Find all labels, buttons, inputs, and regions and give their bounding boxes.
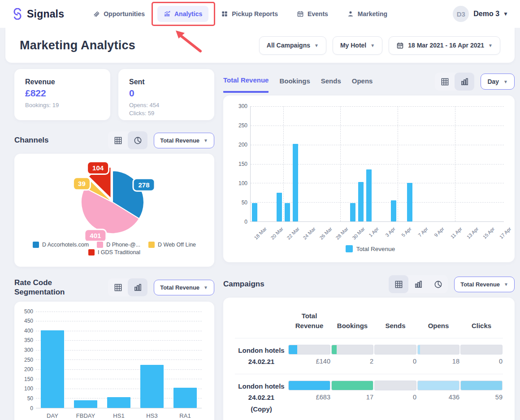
rate-code-view-toggle	[108, 278, 147, 296]
x-tick-label: 5 Apr	[400, 226, 412, 238]
tab-bookings[interactable]: Bookings	[279, 77, 310, 92]
rate-code-card: 050100150200250300350400450500DAYFBDAYHS…	[14, 302, 214, 420]
user-name: Demo 3	[473, 10, 499, 18]
cell-value: 0	[374, 394, 416, 401]
progress-track	[417, 345, 459, 355]
filter-18-mar-2021-16-apr-2021[interactable]: 18 Mar 2021 - 16 Apr 2021▼	[389, 36, 500, 55]
nav-item-opportunities[interactable]: Opportunities	[87, 6, 151, 22]
stat-card-sent: Sent0Opens: 454Clicks: 59	[118, 69, 214, 120]
metric-label: Total Revenue	[160, 137, 199, 144]
nav-item-label: Analytics	[174, 10, 202, 17]
campaigns-metric-dropdown[interactable]: Total Revenue▼	[454, 277, 515, 292]
bar[interactable]	[358, 182, 364, 221]
channels-metric-dropdown[interactable]: Total Revenue▼	[154, 133, 214, 148]
channels-view-pie-toggle[interactable]	[128, 131, 147, 149]
bar[interactable]	[407, 183, 412, 221]
chevron-down-icon: ▼	[370, 43, 375, 48]
legend-item-i-gds-traditional[interactable]: I GDS Traditional	[88, 249, 140, 255]
bar[interactable]	[74, 400, 97, 408]
column-header-clicks[interactable]: Clicks	[460, 305, 503, 338]
column-header-bookings[interactable]: Bookings	[331, 305, 374, 338]
x-tick-label: 13 Apr	[466, 226, 480, 240]
bar-slot	[349, 106, 357, 221]
column-header-sends[interactable]: Sends	[374, 305, 417, 338]
channels-pie-chart[interactable]: 27840139104	[21, 157, 206, 241]
bar[interactable]	[107, 397, 130, 408]
bar[interactable]	[391, 200, 396, 221]
bar[interactable]	[350, 203, 355, 221]
progress-track	[374, 345, 416, 355]
rate-code-chart[interactable]: 050100150200250300350400450500DAYFBDAYHS…	[21, 312, 206, 408]
filter-all-campaigns[interactable]: All Campaigns▼	[259, 36, 326, 55]
legend-item-d-web-off-line[interactable]: D Web Off Line	[148, 242, 196, 248]
column-header-opens[interactable]: Opens	[417, 305, 460, 338]
column-header-total-revenue[interactable]: Total Revenue	[288, 305, 331, 338]
stat-cards: Revenue£822Bookings: 19Sent0Opens: 454Cl…	[14, 69, 214, 120]
y-tick-label: 450	[24, 318, 33, 324]
revenue-by-day-chart[interactable]: 05010015020025030018 Mar20 Mar22 Mar24 M…	[235, 106, 506, 222]
rate-code-metric-dropdown[interactable]: Total Revenue▼	[154, 280, 214, 295]
bar[interactable]	[285, 203, 290, 221]
campaigns-view-table-toggle[interactable]	[389, 275, 408, 293]
campaign-cell: 17	[331, 374, 374, 420]
bar-slot	[455, 106, 463, 221]
timeseries-view-bar-toggle[interactable]	[455, 73, 474, 91]
campaigns-view-bar-toggle[interactable]	[408, 275, 428, 293]
interval-dropdown[interactable]: Day▼	[481, 74, 515, 90]
progress-track	[288, 345, 330, 355]
timeseries-controls: Day▼	[435, 73, 515, 91]
y-tick-label: 50	[27, 395, 33, 402]
chevron-down-icon: ▼	[503, 11, 508, 17]
bar-slot	[102, 312, 135, 408]
bar-slot	[446, 106, 455, 221]
cell-value: 0	[460, 358, 503, 365]
nav-item-marketing[interactable]: Marketing	[341, 6, 394, 22]
bar-slot	[381, 106, 390, 221]
events-icon	[297, 10, 304, 17]
campaign-cell: 436	[417, 374, 460, 420]
tab-total-revenue[interactable]: Total Revenue	[223, 76, 269, 93]
bar[interactable]	[366, 169, 372, 221]
nav-item-events[interactable]: Events	[290, 6, 334, 22]
pie-slice-label: 39	[73, 178, 90, 190]
avatar: D3	[453, 6, 469, 22]
legend-item-d-phone[interactable]: D Phone-@...	[97, 242, 140, 248]
cell-value: £683	[288, 394, 330, 401]
channels-pie-card: 27840139104 D Accorhotels.comD Phone-@..…	[14, 154, 214, 267]
campaign-row-name[interactable]: London hotels 24.02.21 (Copy)	[235, 374, 288, 420]
filter-my-hotel[interactable]: My Hotel▼	[333, 36, 382, 55]
legend-swatch	[148, 242, 155, 248]
legend-item-d-accorhotels-com[interactable]: D Accorhotels.com	[33, 242, 89, 248]
bar[interactable]	[41, 330, 64, 407]
campaign-row-name[interactable]: London hotels 24.02.21	[235, 338, 288, 374]
tab-opens[interactable]: Opens	[352, 77, 373, 92]
y-tick-label: 400	[24, 328, 33, 334]
user-menu[interactable]: D3 Demo 3 ▼	[453, 6, 508, 22]
legend-swatch	[33, 242, 39, 248]
brand-logo[interactable]: Signals	[12, 8, 64, 20]
nav-item-label: Events	[308, 10, 328, 17]
bar-slot	[398, 106, 406, 221]
timeseries-view-toggle	[435, 73, 474, 91]
bar[interactable]	[293, 144, 298, 221]
nav-item-analytics[interactable]: Analytics	[157, 6, 208, 22]
bar[interactable]	[140, 365, 164, 407]
chevron-down-icon: ▼	[488, 43, 493, 48]
legend-label: Total Revenue	[356, 246, 395, 252]
timeseries-view-table-toggle[interactable]	[435, 73, 455, 91]
bar[interactable]	[252, 203, 257, 221]
channels-legend: D Accorhotels.comD Phone-@...D Web Off L…	[21, 242, 208, 255]
cell-value: 59	[460, 394, 503, 401]
rate-code-view-table-toggle[interactable]	[108, 278, 128, 296]
channels-view-table-toggle[interactable]	[108, 131, 128, 149]
campaigns-view-pie-toggle[interactable]	[428, 275, 448, 293]
bar[interactable]	[173, 388, 197, 408]
cell-value: 436	[417, 394, 459, 401]
nav-item-pickup-reports[interactable]: Pickup Reports	[215, 6, 284, 22]
campaign-cell: £140	[288, 338, 331, 374]
tab-sends[interactable]: Sends	[321, 77, 341, 92]
campaign-cell: 59	[460, 374, 503, 420]
rate-code-view-bar-toggle[interactable]	[128, 278, 147, 296]
bar[interactable]	[277, 193, 282, 221]
stat-subtext: Clicks: 59	[129, 109, 204, 117]
